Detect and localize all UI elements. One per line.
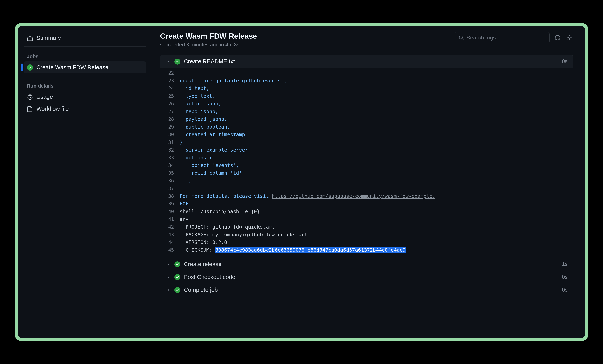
sidebar-summary-label: Summary: [36, 35, 61, 41]
log-line: 44 VERSION: 0.2.0: [160, 238, 573, 246]
chevron-right-icon: [166, 262, 171, 267]
step-header-collapsed[interactable]: Complete job0s: [160, 284, 573, 296]
line-content: repo jsonb,: [180, 108, 218, 115]
line-number: 37: [166, 185, 180, 192]
line-number: 28: [166, 115, 180, 123]
step-header-collapsed[interactable]: Post Checkout code0s: [160, 271, 573, 284]
log-line: 31): [160, 138, 573, 146]
success-check-icon: [174, 274, 180, 280]
log-body[interactable]: 2223create foreign table github.events (…: [160, 68, 573, 258]
log-line: 34 object 'events',: [160, 162, 573, 169]
line-content: rowid_column 'id': [180, 169, 242, 177]
search-icon: [459, 35, 464, 40]
line-number: 44: [166, 238, 180, 246]
line-content: env:: [180, 215, 191, 223]
screenshot-frame: Summary Jobs Create Wasm FDW Release Run…: [15, 23, 588, 341]
header-titles: Create Wasm FDW Release succeeded 3 minu…: [160, 32, 257, 48]
line-number: 35: [166, 169, 180, 177]
line-content: public boolean,: [180, 123, 230, 131]
line-content: shell: /usr/bin/bash -e {0}: [180, 208, 260, 215]
success-check-icon: [174, 287, 180, 293]
line-content: actor jsonb,: [180, 100, 221, 108]
line-number: 27: [166, 108, 180, 115]
log-line: 36 );: [160, 177, 573, 185]
sidebar-usage[interactable]: Usage: [24, 91, 146, 103]
line-content: PROJECT: github_fdw_quickstart: [180, 223, 275, 231]
file-icon: [27, 106, 33, 112]
main-content: Create Wasm FDW Release succeeded 3 minu…: [152, 26, 585, 338]
line-content: created_at timestamp: [180, 131, 245, 138]
settings-button[interactable]: [566, 34, 573, 42]
step-name: Post Checkout code: [184, 274, 235, 280]
line-number: 45: [166, 246, 180, 254]
search-box[interactable]: [455, 32, 550, 44]
log-line: 40shell: /usr/bin/bash -e {0}: [160, 208, 573, 215]
log-line: 28 payload jsonb,: [160, 115, 573, 123]
line-number: 36: [166, 177, 180, 185]
line-content: PACKAGE: my-company:github-fdw-quickstar…: [180, 231, 307, 238]
line-content: payload jsonb,: [180, 115, 227, 123]
log-line: 39EOF: [160, 200, 573, 208]
line-number: 29: [166, 123, 180, 131]
line-content: type text,: [180, 92, 215, 100]
sidebar-summary[interactable]: Summary: [24, 32, 146, 44]
home-icon: [27, 35, 33, 41]
line-number: 33: [166, 154, 180, 162]
divider: [24, 76, 146, 76]
log-line: 24 id text,: [160, 85, 573, 92]
log-line: 33 options (: [160, 154, 573, 162]
jobs-section-label: Jobs: [24, 49, 146, 61]
log-line: 42 PROJECT: github_fdw_quickstart: [160, 223, 573, 231]
svg-point-1: [459, 36, 462, 39]
step-header-expanded[interactable]: Create README.txt 0s: [160, 55, 573, 68]
sidebar-workflow-file[interactable]: Workflow file: [24, 103, 146, 115]
log-line: 23create foreign table github.events (: [160, 77, 573, 85]
line-number: 25: [166, 92, 180, 100]
step-duration: 0s: [562, 58, 568, 65]
sidebar: Summary Jobs Create Wasm FDW Release Run…: [18, 26, 152, 338]
line-number: 30: [166, 131, 180, 138]
line-content: create foreign table github.events (: [180, 77, 287, 85]
search-input[interactable]: [466, 34, 546, 41]
line-number: 31: [166, 138, 180, 146]
log-line: 45 CHECKSUM: 338674c4c983aa6dbc2b6e63659…: [160, 246, 573, 254]
sidebar-job-active[interactable]: Create Wasm FDW Release: [24, 61, 146, 73]
log-line: 38For more details, please visit https:/…: [160, 192, 573, 200]
log-line: 37: [160, 185, 573, 192]
line-content: server example_server: [180, 146, 248, 154]
app-window: Summary Jobs Create Wasm FDW Release Run…: [18, 26, 585, 338]
log-line: 25 type text,: [160, 92, 573, 100]
log-line: 30 created_at timestamp: [160, 131, 573, 138]
chevron-right-icon: [166, 275, 171, 280]
line-content: object 'events',: [180, 162, 239, 169]
refresh-icon: [554, 34, 561, 41]
line-content: VERSION: 0.2.0: [180, 238, 227, 246]
success-check-icon: [27, 64, 33, 71]
log-line: 22: [160, 69, 573, 77]
line-number: 32: [166, 146, 180, 154]
step-header-collapsed[interactable]: Create release1s: [160, 258, 573, 271]
step-duration: 1s: [562, 261, 568, 267]
line-number: 23: [166, 77, 180, 85]
line-content: CHECKSUM: 338674c4c983aa6dbc2b6e63659076…: [180, 246, 406, 254]
log-line: 26 actor jsonb,: [160, 100, 573, 108]
success-check-icon: [174, 59, 180, 65]
refresh-button[interactable]: [554, 34, 561, 42]
chevron-down-icon: [166, 59, 171, 64]
step-name: Create release: [184, 261, 221, 267]
line-content: options (: [180, 154, 212, 162]
log-line: 29 public boolean,: [160, 123, 573, 131]
header-row: Create Wasm FDW Release succeeded 3 minu…: [160, 32, 573, 48]
log-line: 43 PACKAGE: my-company:github-fdw-quicks…: [160, 231, 573, 238]
svg-point-2: [569, 37, 570, 39]
step-name: Complete job: [184, 287, 218, 293]
step-name: Create README.txt: [184, 58, 235, 65]
divider: [24, 46, 146, 47]
step-duration: 0s: [562, 274, 568, 280]
line-number: 40: [166, 208, 180, 215]
line-content: id text,: [180, 85, 209, 92]
run-details-section-label: Run details: [24, 78, 146, 91]
sidebar-job-label: Create Wasm FDW Release: [36, 64, 108, 71]
log-panel: Create README.txt 0s 2223create foreign …: [160, 55, 573, 330]
log-line: 41env:: [160, 215, 573, 223]
